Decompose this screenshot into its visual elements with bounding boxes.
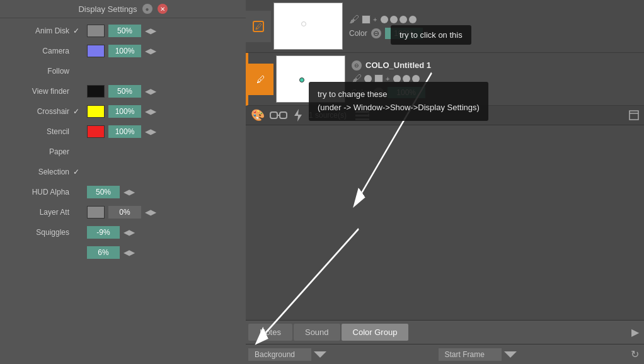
setting-row-paper: Paper bbox=[0, 142, 246, 162]
label-camera: Camera bbox=[6, 47, 69, 55]
start-frame-menu-icon[interactable] bbox=[504, 349, 517, 360]
setting-row-crosshair: Crosshair ✓ ◀▶ bbox=[0, 101, 246, 122]
lightning-icon[interactable] bbox=[292, 108, 304, 122]
layer-top-bar-1: 🖌 + bbox=[349, 14, 634, 25]
dot-1c bbox=[400, 16, 407, 23]
dot-2a bbox=[364, 75, 372, 82]
left-panel: Display Settings ● ✕ Anim Disk ✓ ◀▶ Came… bbox=[0, 0, 246, 364]
percent-layer-att[interactable] bbox=[108, 206, 141, 219]
label-stencil: Stencil bbox=[6, 127, 69, 136]
dot-2b bbox=[393, 75, 401, 82]
panel-collapse-icon[interactable] bbox=[629, 110, 639, 120]
collapse-btn-2[interactable]: ⊖ bbox=[352, 60, 362, 71]
setting-row-selection: Selection ✓ bbox=[0, 162, 246, 182]
right-panel: 🖊 🖌 + bbox=[246, 0, 644, 364]
callout-try-click: try to click on this bbox=[391, 25, 471, 45]
dots-row-1 bbox=[381, 16, 417, 23]
layer-side-btn-2[interactable]: 🖊 bbox=[248, 64, 273, 95]
stepper-layer-att[interactable]: ◀▶ bbox=[145, 208, 156, 217]
swatch-crosshair[interactable] bbox=[87, 105, 105, 118]
layer-area: 🖊 🖌 + bbox=[246, 0, 644, 320]
bottom-bar: Background Start Frame ↻ bbox=[246, 344, 644, 364]
svg-rect-11 bbox=[630, 111, 638, 120]
stepper-squiggles[interactable]: ◀▶ bbox=[124, 228, 135, 237]
setting-row-viewfinder: View finder ◀▶ bbox=[0, 81, 246, 101]
settings-rows: Anim Disk ✓ ◀▶ Camera ◀▶ Follow View fin… bbox=[0, 18, 246, 364]
close-button[interactable]: ✕ bbox=[158, 4, 168, 14]
dot-1b bbox=[390, 16, 398, 23]
label-paper: Paper bbox=[6, 147, 69, 156]
background-menu-icon[interactable] bbox=[314, 349, 326, 360]
svg-text:🖊: 🖊 bbox=[256, 74, 265, 84]
label-squiggles: Squiggles bbox=[6, 228, 69, 237]
layer-side-btn-1[interactable]: 🖊 bbox=[246, 11, 271, 42]
callout-try-change: try to change these (under -> Window->Sh… bbox=[309, 82, 488, 121]
paint-icon-1: 🖌 bbox=[349, 14, 359, 25]
tabs-scroll-right[interactable]: ▶ bbox=[629, 326, 641, 338]
setting-row-hud-alpha: HUD Alpha ◀▶ bbox=[0, 182, 246, 202]
swatch-layer-att[interactable] bbox=[87, 206, 105, 219]
bottom-tabs: Notes Sound Color Group ▶ bbox=[246, 320, 644, 344]
layer-controls-1: 🖌 + Color ⊖ 1 bbox=[345, 11, 638, 42]
layer-square-1 bbox=[362, 15, 371, 24]
dot-2c bbox=[403, 75, 410, 82]
tab-color-group[interactable]: Color Group bbox=[342, 324, 409, 341]
label-hud-alpha: HUD Alpha bbox=[6, 188, 69, 196]
swatch-stencil[interactable] bbox=[87, 125, 105, 138]
svg-rect-3 bbox=[270, 112, 277, 118]
paint-palette-icon[interactable]: 🎨 bbox=[251, 108, 265, 122]
callout-line1: try to change these bbox=[318, 89, 388, 99]
swatch-anim-disk[interactable] bbox=[87, 25, 105, 37]
stepper-hud-alpha[interactable]: ◀▶ bbox=[124, 188, 135, 196]
thumb-1 bbox=[273, 3, 343, 50]
refresh-button[interactable]: ↻ bbox=[628, 348, 641, 360]
percent-squiggles[interactable] bbox=[87, 226, 120, 239]
layer-icons-1: 🖌 + bbox=[349, 14, 377, 25]
plus-icon-2: + bbox=[386, 75, 389, 82]
setting-row-squiggles: Squiggles ◀▶ bbox=[0, 222, 246, 242]
tab-notes[interactable]: Notes bbox=[248, 324, 292, 341]
setting-row-follow: Follow bbox=[0, 61, 246, 81]
stepper-viewfinder[interactable]: ◀▶ bbox=[145, 87, 156, 96]
layer-name-2: COLO_Untitled 1 bbox=[365, 60, 431, 70]
stepper-crosshair[interactable]: ◀▶ bbox=[145, 107, 156, 116]
setting-row-anim-disk: Anim Disk ✓ ◀▶ bbox=[0, 21, 246, 41]
svg-text:🖊: 🖊 bbox=[255, 23, 262, 30]
tab-sound[interactable]: Sound bbox=[294, 324, 340, 341]
dot-1d bbox=[409, 16, 417, 23]
stepper-anim-disk[interactable]: ◀▶ bbox=[145, 26, 156, 35]
stepper-extra[interactable]: ◀▶ bbox=[124, 248, 135, 257]
percent-anim-disk[interactable] bbox=[108, 25, 141, 37]
label-anim-disk: Anim Disk bbox=[6, 26, 69, 35]
dot-1a bbox=[381, 16, 388, 23]
minus-btn-1[interactable]: ⊖ bbox=[371, 28, 381, 38]
percent-extra[interactable] bbox=[87, 246, 120, 259]
background-field[interactable]: Background bbox=[248, 348, 311, 361]
start-frame-field[interactable]: Start Frame bbox=[439, 348, 502, 361]
setting-row-layer-att: Layer Att ◀▶ bbox=[0, 202, 246, 222]
percent-camera[interactable] bbox=[108, 45, 141, 57]
percent-stencil[interactable] bbox=[108, 125, 141, 138]
setting-row-camera: Camera ◀▶ bbox=[0, 41, 246, 61]
setting-row-stencil: Stencil ◀▶ bbox=[0, 122, 246, 142]
check-anim-disk[interactable]: ✓ bbox=[73, 26, 83, 35]
dots-row-2 bbox=[393, 75, 420, 82]
svg-marker-6 bbox=[294, 109, 302, 122]
percent-crosshair[interactable] bbox=[108, 105, 141, 118]
swatch-viewfinder[interactable] bbox=[87, 85, 105, 98]
stepper-camera[interactable]: ◀▶ bbox=[145, 47, 156, 55]
layer-name-row-2: ⊖ COLO_Untitled 1 bbox=[352, 60, 634, 71]
stepper-stencil[interactable]: ◀▶ bbox=[145, 127, 156, 136]
swatch-camera[interactable] bbox=[87, 45, 105, 57]
check-selection[interactable]: ✓ bbox=[73, 168, 83, 176]
goggles-icon[interactable] bbox=[270, 110, 287, 120]
percent-viewfinder[interactable] bbox=[108, 85, 141, 98]
minimize-button[interactable]: ● bbox=[142, 4, 152, 14]
svg-marker-17 bbox=[314, 351, 326, 358]
label-follow: Follow bbox=[6, 67, 69, 76]
panel-header: Display Settings ● ✕ bbox=[0, 0, 246, 18]
label-viewfinder: View finder bbox=[6, 87, 69, 96]
check-crosshair[interactable]: ✓ bbox=[73, 107, 83, 116]
percent-hud-alpha[interactable] bbox=[87, 186, 120, 198]
svg-rect-4 bbox=[280, 112, 287, 118]
